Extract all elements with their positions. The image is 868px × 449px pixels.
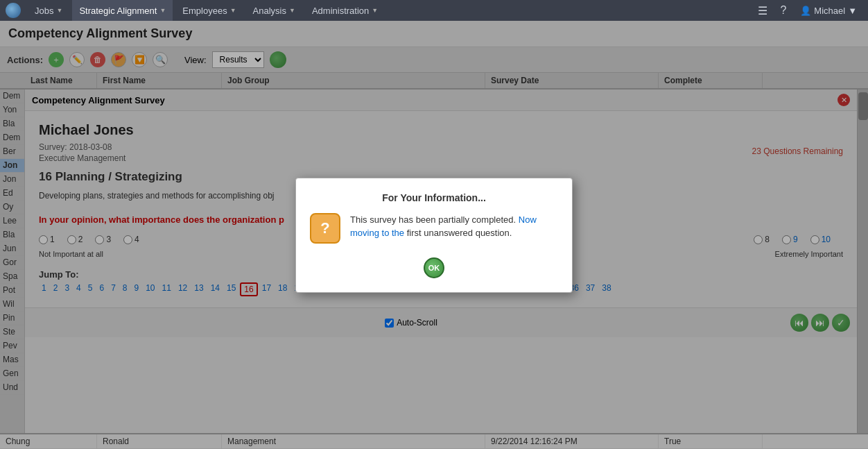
- modal-overlay: For Your Information... This survey has …: [0, 21, 868, 449]
- menu-icon[interactable]: ☰: [754, 0, 772, 21]
- user-menu[interactable]: 👤 Michael ▼: [795, 6, 862, 16]
- info-icon: [310, 213, 340, 244]
- nav-right: ☰ ? 👤 Michael ▼: [754, 0, 862, 21]
- nav-administration[interactable]: Administration ▼: [305, 0, 385, 21]
- chevron-down-icon: ▼: [848, 6, 857, 16]
- main-container: Competency Alignment Survey Actions: ＋ ✏…: [0, 21, 868, 449]
- help-icon[interactable]: ?: [776, 0, 790, 21]
- chevron-down-icon: ▼: [372, 7, 378, 14]
- modal-dialog: For Your Information... This survey has …: [295, 178, 573, 293]
- chevron-down-icon: ▼: [159, 7, 166, 14]
- chevron-down-icon: ▼: [289, 7, 295, 14]
- nav-jobs[interactable]: Jobs ▼: [28, 0, 69, 21]
- modal-title: For Your Information...: [310, 192, 558, 203]
- nav-analysis[interactable]: Analysis ▼: [246, 0, 302, 21]
- nav-strategic-alignment[interactable]: Strategic Alignment ▼: [72, 0, 173, 21]
- nav-employees[interactable]: Employees ▼: [175, 0, 243, 21]
- modal-footer: OK: [310, 257, 558, 278]
- top-nav: Jobs ▼ Strategic Alignment ▼ Employees ▼…: [0, 0, 868, 21]
- ok-button[interactable]: OK: [424, 257, 444, 278]
- user-icon: 👤: [800, 6, 811, 16]
- chevron-down-icon: ▼: [230, 7, 236, 14]
- modal-body: This survey has been partially completed…: [310, 213, 558, 244]
- modal-text: This survey has been partially completed…: [350, 213, 558, 240]
- app-logo: [6, 3, 21, 18]
- chevron-down-icon: ▼: [56, 7, 62, 14]
